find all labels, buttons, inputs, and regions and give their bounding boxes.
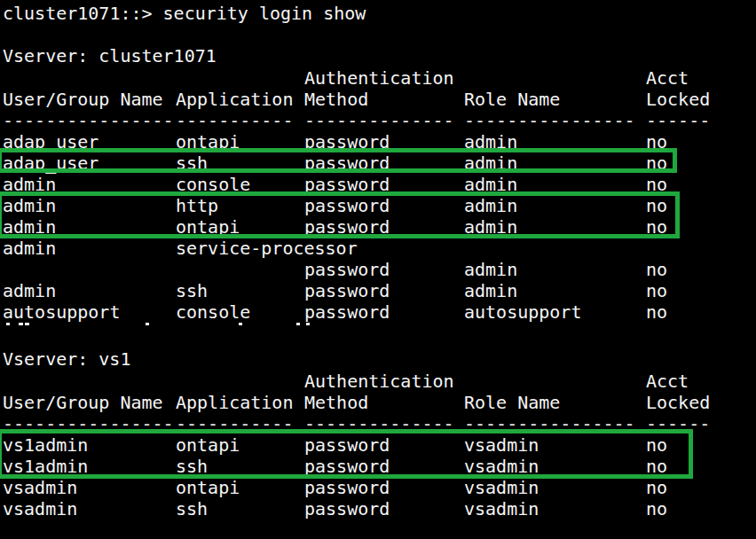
separator-dashes: ---------------- (464, 413, 646, 434)
column-header-acct: Acct (646, 67, 756, 89)
separator-dashes: ----------- (176, 413, 304, 434)
cell-method: password (304, 174, 464, 195)
cell-user: admin (3, 280, 176, 301)
cell-method: password (304, 259, 464, 280)
cell-application: http (176, 195, 304, 216)
separator-dashes: -------------- (304, 110, 464, 131)
column-header-user: User/Group Name (3, 392, 176, 413)
clipped-row-fragment (239, 323, 242, 325)
table-row: admin ontapi password admin no (3, 216, 756, 238)
header-spacer (464, 67, 646, 89)
table-row: vsadmin ssh password vsadmin no (3, 498, 756, 519)
cell-user: adap_user (3, 152, 176, 174)
cell-role: vsadmin (464, 456, 646, 477)
cell-application: ontapi (176, 216, 304, 238)
shell-prompt: cluster1071::> (3, 3, 153, 24)
cell-application: ontapi (176, 477, 304, 498)
header-spacer (176, 67, 304, 89)
cell-application: console (176, 301, 304, 323)
cell-user (3, 259, 176, 280)
cell-locked: no (646, 280, 756, 301)
header-spacer (3, 67, 176, 89)
cell-method: password (304, 131, 464, 152)
cell-role: admin (464, 280, 646, 301)
clipped-row-fragment (6, 323, 10, 325)
cell-method: password (304, 216, 464, 238)
header-spacer (464, 371, 646, 392)
cell-role (464, 238, 646, 259)
cell-user: admin (3, 195, 176, 216)
command-line: cluster1071::>security login show (3, 3, 366, 24)
clipped-row-fragment (296, 323, 300, 325)
cell-role: autosupport (464, 301, 646, 323)
cell-application: ontapi (176, 131, 304, 152)
cell-locked: no (646, 456, 756, 477)
vserver-label: Vserver: (3, 348, 88, 370)
column-header-method: Method (304, 89, 464, 110)
column-header-authentication: Authentication (304, 67, 464, 89)
clipped-row-fragment (306, 323, 310, 325)
vserver-heading-vs1: Vserver:vs1 (3, 348, 130, 370)
cell-locked: no (646, 131, 756, 152)
cell-role: vsadmin (464, 477, 646, 498)
cell-method: password (304, 498, 464, 519)
header-row-2: User/Group Name Application Method Role … (3, 392, 756, 413)
vserver-name: cluster1071 (98, 45, 216, 66)
cell-user: adap_user (3, 131, 176, 152)
table-row: admin ssh password admin no (3, 280, 756, 301)
separator-dashes: ------ (646, 413, 756, 434)
cell-locked: no (646, 498, 756, 519)
table-row: admin http password admin no (3, 195, 756, 216)
cell-role: admin (464, 174, 646, 195)
cell-locked: no (646, 195, 756, 216)
separator-dashes: ---------------- (464, 110, 646, 131)
cell-locked: no (646, 152, 756, 174)
cell-role: admin (464, 152, 646, 174)
cell-locked: no (646, 477, 756, 498)
separator-dashes: -------------- (304, 413, 464, 434)
cell-method: password (304, 301, 464, 323)
cell-application: ssh (176, 152, 304, 174)
cell-method: password (304, 152, 464, 174)
separator-row: ---------------- ----------- -----------… (3, 110, 756, 131)
terminal-screen[interactable]: cluster1071::>security login show Vserve… (0, 0, 756, 539)
cell-user: autosupport (3, 301, 176, 323)
cell-method: password (304, 456, 464, 477)
table-row: admin service-processor (3, 238, 756, 259)
column-header-authentication: Authentication (304, 371, 464, 392)
clipped-row-fragment (146, 323, 149, 325)
column-header-role: Role Name (464, 89, 646, 110)
table-row: vs1admin ontapi password vsadmin no (3, 434, 756, 456)
cell-method: password (304, 477, 464, 498)
cell-application: service-processor (176, 238, 304, 259)
table-row: adap_user ssh password admin no (3, 152, 756, 174)
login-table-vs1: Authentication Acct User/Group Name Appl… (3, 371, 756, 519)
login-table-cluster1071: Authentication Acct User/Group Name Appl… (3, 67, 756, 323)
header-row-1: Authentication Acct (3, 371, 756, 392)
cell-method: password (304, 195, 464, 216)
clipped-row-fragment (25, 323, 29, 325)
cell-user: admin (3, 174, 176, 195)
cell-locked (646, 238, 756, 259)
table-row: vs1admin ssh password vsadmin no (3, 456, 756, 477)
cell-user: admin (3, 238, 176, 259)
cell-application: ssh (176, 498, 304, 519)
table-row: adap_user ontapi password admin no (3, 131, 756, 152)
cell-user: vsadmin (3, 498, 176, 519)
column-header-application: Application (176, 392, 304, 413)
separator-row: ---------------- ----------- -----------… (3, 413, 756, 434)
cell-application: ssh (176, 280, 304, 301)
column-header-locked: Locked (646, 392, 756, 413)
cell-locked: no (646, 259, 756, 280)
table-row-continuation: password admin no (3, 259, 756, 280)
table-row: autosupport console password autosupport… (3, 301, 756, 323)
separator-dashes: ------ (646, 110, 756, 131)
cell-role: admin (464, 259, 646, 280)
table-row: admin console password admin no (3, 174, 756, 195)
command-text: security login show (163, 3, 366, 24)
column-header-user: User/Group Name (3, 89, 176, 110)
separator-dashes: ---------------- (3, 110, 176, 131)
cell-locked: no (646, 301, 756, 323)
cell-role: admin (464, 195, 646, 216)
header-row-2: User/Group Name Application Method Role … (3, 89, 756, 110)
